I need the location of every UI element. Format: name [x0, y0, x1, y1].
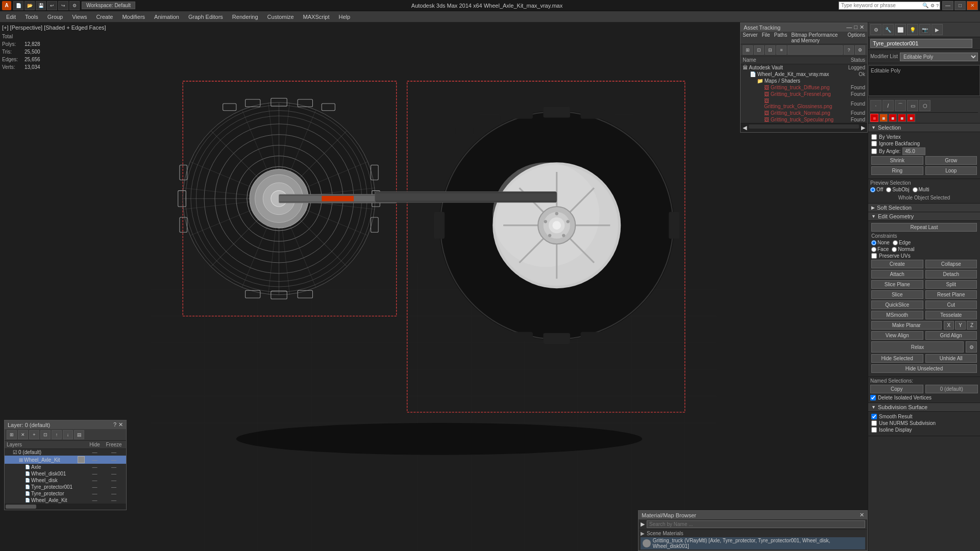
- submode-polygon[interactable]: ▭: [907, 100, 918, 111]
- x-button[interactable]: X: [944, 321, 954, 330]
- asset-item-diffuse[interactable]: 🖼 Gritting_truck_Diffuse.png Found: [741, 84, 867, 91]
- panel-icon-1[interactable]: ⚙: [870, 24, 881, 35]
- layers-panel-titlebar[interactable]: Layer: 0 (default) ? ✕: [5, 420, 126, 429]
- search-input[interactable]: [839, 2, 921, 9]
- layers-close-button[interactable]: ✕: [118, 421, 123, 428]
- panel-icon-5[interactable]: 📷: [919, 24, 930, 35]
- layers-scrollbar[interactable]: [5, 504, 126, 510]
- asset-item-specular[interactable]: 🖼 Gritting_truck_Specular.png Found: [741, 116, 867, 123]
- soft-selection-header[interactable]: ▶ Soft Selection: [868, 204, 980, 212]
- submode-vertex[interactable]: ·: [870, 100, 881, 111]
- material-close-button[interactable]: ✕: [860, 512, 864, 518]
- asset-scroll-right[interactable]: ▶: [861, 124, 865, 131]
- asset-scrollbar[interactable]: [749, 124, 859, 129]
- material-item-gritting[interactable]: Gritting_truck (VRayMtl) [Axle, Tyre_pro…: [641, 537, 865, 549]
- detach-button[interactable]: Detach: [925, 270, 977, 279]
- grow-button[interactable]: Grow: [925, 156, 977, 165]
- hide-selected-button[interactable]: Hide Selected: [871, 354, 923, 363]
- submode-border[interactable]: ⌒: [895, 100, 906, 111]
- submode-edge[interactable]: /: [883, 100, 894, 111]
- save-icon[interactable]: 💾: [36, 1, 46, 10]
- search-help-icon[interactable]: ?: [935, 3, 940, 8]
- tesselate-button[interactable]: Tesselate: [925, 311, 977, 319]
- asset-tool-2[interactable]: ⊡: [754, 45, 764, 55]
- ring-button[interactable]: Ring: [871, 166, 923, 175]
- repeat-last-button[interactable]: Repeat Last: [871, 223, 977, 232]
- delete-isolated-checkbox[interactable]: [870, 395, 876, 400]
- asset-item-glossiness[interactable]: 🖼 Gritting_truck_Glossiness.png Found: [741, 97, 867, 110]
- relax-button[interactable]: Relax: [871, 341, 964, 353]
- asset-maximize-button[interactable]: □: [854, 24, 857, 31]
- menu-rendering[interactable]: Rendering: [228, 13, 262, 21]
- asset-tool-5[interactable]: ?: [844, 45, 854, 55]
- menu-animation[interactable]: Animation: [150, 13, 183, 21]
- menu-edit[interactable]: Edit: [2, 13, 20, 21]
- asset-tool-4[interactable]: ≡: [776, 45, 787, 55]
- layers-tool-3[interactable]: +: [29, 430, 39, 439]
- layer-item-wheel-disk001[interactable]: 📄 Wheel_disk001 — —: [5, 470, 126, 477]
- new-icon[interactable]: 📄: [13, 1, 23, 10]
- menu-views[interactable]: Views: [68, 13, 91, 21]
- material-panel-titlebar[interactable]: Material/Map Browser ✕: [639, 511, 867, 519]
- sel-color-3[interactable]: ■: [889, 114, 897, 122]
- subdivision-surface-header[interactable]: ▼ Subdivision Surface: [868, 403, 980, 412]
- create-button[interactable]: Create: [871, 260, 923, 268]
- smooth-result-checkbox[interactable]: [871, 414, 877, 419]
- asset-menu-server[interactable]: Server: [743, 32, 757, 43]
- workspace-button[interactable]: Workspace: Default: [82, 2, 135, 9]
- material-section-header[interactable]: ▶ Scene Materials: [641, 531, 865, 536]
- copy-button[interactable]: Copy: [870, 385, 923, 393]
- redo-icon[interactable]: ↪: [58, 1, 68, 10]
- asset-menu-file[interactable]: File: [762, 32, 770, 43]
- ignore-backfacing-checkbox[interactable]: [871, 141, 877, 146]
- menu-maxscript[interactable]: MAXScript: [299, 13, 334, 21]
- layers-tool-2[interactable]: ✕: [18, 430, 28, 439]
- undo-icon[interactable]: ↩: [47, 1, 57, 10]
- asset-item-maps-folder[interactable]: 📁 Maps / Shaders: [741, 78, 867, 84]
- menu-modifiers[interactable]: Modifiers: [118, 13, 149, 21]
- layers-tool-5[interactable]: ↑: [52, 430, 62, 439]
- quickslice-button[interactable]: QuickSlice: [871, 300, 923, 309]
- asset-panel-titlebar[interactable]: Asset Tracking — □ ✕: [741, 23, 867, 32]
- open-icon[interactable]: 📂: [24, 1, 35, 10]
- layer-item-tyre-protector001[interactable]: 📄 Tyre_protector001 — —: [5, 484, 126, 490]
- asset-menu-paths[interactable]: Paths: [774, 32, 788, 43]
- menu-customize[interactable]: Customize: [263, 13, 298, 21]
- menu-tools[interactable]: Tools: [21, 13, 42, 21]
- attach-button[interactable]: Attach: [871, 270, 923, 279]
- asset-menu-options[interactable]: Options: [848, 32, 865, 43]
- asset-tool-1[interactable]: ⊞: [743, 45, 753, 55]
- preview-multi-radio[interactable]: [913, 187, 918, 192]
- submode-element[interactable]: ⬡: [919, 100, 930, 111]
- layer-item-wheel-disk[interactable]: 📄 Wheel_disk — —: [5, 477, 126, 484]
- maximize-button[interactable]: □: [954, 1, 966, 10]
- menu-graph-editors[interactable]: Graph Editors: [184, 13, 227, 21]
- asset-menu-bitmap[interactable]: Bitmap Performance and Memory: [791, 32, 843, 43]
- use-nurms-checkbox[interactable]: [871, 420, 877, 426]
- view-align-button[interactable]: View Align: [871, 331, 923, 340]
- constraint-edge-radio[interactable]: [893, 240, 898, 245]
- by-vertex-checkbox[interactable]: [871, 134, 877, 140]
- asset-close-button[interactable]: ✕: [860, 24, 864, 31]
- split-button[interactable]: Split: [925, 280, 977, 289]
- menu-create[interactable]: Create: [92, 13, 117, 21]
- layers-tool-7[interactable]: ▤: [74, 430, 84, 439]
- menu-group[interactable]: Group: [43, 13, 67, 21]
- sel-color-4[interactable]: ■: [898, 114, 906, 122]
- collapse-button[interactable]: Collapse: [925, 260, 977, 268]
- edit-geometry-header[interactable]: ▼ Edit Geometry: [868, 212, 980, 221]
- hide-unselected-button[interactable]: Hide Unselected: [871, 364, 977, 373]
- make-planar-button[interactable]: Make Planar: [871, 321, 942, 330]
- relax-options-button[interactable]: ⚙: [966, 341, 977, 353]
- menu-help[interactable]: Help: [335, 13, 355, 21]
- preserve-uvs-checkbox[interactable]: [871, 253, 877, 259]
- slice-button[interactable]: Slice: [871, 290, 923, 299]
- asset-item-maxfile[interactable]: 📄 Wheel_Axle_Kit_max_vray.max Ok: [741, 71, 867, 78]
- asset-item-fresnel[interactable]: 🖼 Gritting_truck_Fresnel.png Found: [741, 91, 867, 97]
- sel-color-2[interactable]: ■: [879, 114, 888, 122]
- asset-scroll-left[interactable]: ◀: [743, 124, 747, 131]
- panel-icon-2[interactable]: 🔧: [883, 24, 894, 35]
- layer-item-wheel-axle-kit2[interactable]: 📄 Wheel_Axle_Kit — —: [5, 497, 126, 504]
- asset-item-normal[interactable]: 🖼 Gritting_truck_Normal.png Found: [741, 110, 867, 116]
- preview-off-radio[interactable]: [870, 187, 875, 192]
